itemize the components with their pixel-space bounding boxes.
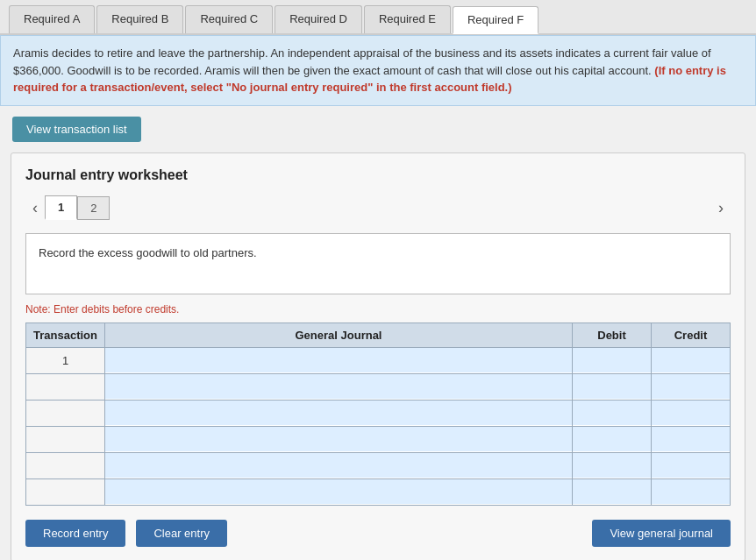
description-box: Record the excess goodwill to old partne… xyxy=(25,233,731,294)
transaction-cell xyxy=(26,400,105,426)
tab-required-f[interactable]: Required F xyxy=(453,6,538,34)
debit-input[interactable] xyxy=(573,374,651,399)
transaction-cell xyxy=(26,452,105,478)
clear-entry-button[interactable]: Clear entry xyxy=(136,520,227,547)
debit-cell[interactable] xyxy=(573,478,652,505)
page-tab-1[interactable]: 1 xyxy=(45,195,77,220)
action-row: View transaction list xyxy=(0,106,756,152)
record-entry-button[interactable]: Record entry xyxy=(25,520,125,547)
debit-cell[interactable] xyxy=(573,400,652,426)
transaction-cell xyxy=(26,426,105,452)
debit-input[interactable] xyxy=(573,401,651,425)
col-debit: Debit xyxy=(573,323,652,347)
credit-input[interactable] xyxy=(652,401,730,425)
journal-input[interactable] xyxy=(105,401,572,425)
credit-cell[interactable] xyxy=(652,426,731,452)
journal-cell[interactable] xyxy=(105,452,573,478)
journal-cell[interactable] xyxy=(105,400,573,426)
debit-cell[interactable] xyxy=(573,426,652,452)
journal-cell[interactable] xyxy=(105,478,573,505)
credit-cell[interactable] xyxy=(652,452,731,478)
journal-cell[interactable] xyxy=(105,347,573,373)
tab-required-a[interactable]: Required A xyxy=(9,5,95,33)
credit-cell[interactable] xyxy=(652,347,731,373)
journal-cell[interactable] xyxy=(105,373,573,400)
table-row xyxy=(26,373,731,400)
credit-input[interactable] xyxy=(652,453,730,478)
transaction-cell: 1 xyxy=(26,347,105,373)
credit-input[interactable] xyxy=(652,348,730,372)
table-row xyxy=(26,478,731,505)
page-tab-2[interactable]: 2 xyxy=(77,196,110,220)
prev-page-button[interactable]: ‹ xyxy=(25,195,45,221)
credit-input[interactable] xyxy=(652,374,730,399)
view-general-journal-button[interactable]: View general journal xyxy=(592,520,731,547)
debit-input[interactable] xyxy=(573,348,651,372)
table-row xyxy=(26,452,731,478)
table-row xyxy=(26,400,731,426)
col-transaction: Transaction xyxy=(26,323,105,347)
tab-required-c[interactable]: Required C xyxy=(185,5,273,33)
table-row: 1 xyxy=(26,347,731,373)
journal-input[interactable] xyxy=(105,479,572,504)
tab-required-d[interactable]: Required D xyxy=(275,5,362,33)
worksheet-card: Journal entry worksheet ‹ 1 2 › Record t… xyxy=(11,152,745,561)
view-transaction-button[interactable]: View transaction list xyxy=(12,117,141,142)
credit-input[interactable] xyxy=(652,427,730,451)
worksheet-title: Journal entry worksheet xyxy=(25,167,731,183)
info-text: Aramis decides to retire and leave the p… xyxy=(13,46,711,77)
transaction-cell xyxy=(26,478,105,505)
journal-cell[interactable] xyxy=(105,426,573,452)
debit-cell[interactable] xyxy=(573,347,652,373)
table-row xyxy=(26,426,731,452)
credit-cell[interactable] xyxy=(652,400,731,426)
bottom-buttons: Record entry Clear entry View general jo… xyxy=(25,520,731,547)
next-page-button[interactable]: › xyxy=(711,195,731,221)
info-box: Aramis decides to retire and leave the p… xyxy=(0,35,756,106)
debit-input[interactable] xyxy=(573,453,651,478)
note-text: Note: Enter debits before credits. xyxy=(25,303,731,315)
credit-cell[interactable] xyxy=(652,478,731,505)
debit-input[interactable] xyxy=(573,427,651,451)
tabs-bar: Required A Required B Required C Require… xyxy=(0,0,756,35)
transaction-cell xyxy=(26,373,105,400)
credit-input[interactable] xyxy=(652,479,730,504)
col-credit: Credit xyxy=(652,323,731,347)
debit-cell[interactable] xyxy=(573,373,652,400)
page-nav: ‹ 1 2 › xyxy=(25,195,731,221)
col-general-journal: General Journal xyxy=(105,323,573,347)
journal-input[interactable] xyxy=(105,453,572,478)
tab-required-e[interactable]: Required E xyxy=(364,5,451,33)
debit-cell[interactable] xyxy=(573,452,652,478)
debit-input[interactable] xyxy=(573,479,651,504)
journal-table: Transaction General Journal Debit Credit… xyxy=(25,323,731,506)
tab-required-b[interactable]: Required B xyxy=(96,5,183,33)
journal-input[interactable] xyxy=(105,427,572,451)
journal-input[interactable] xyxy=(105,374,572,399)
credit-cell[interactable] xyxy=(652,373,731,400)
journal-input[interactable] xyxy=(105,348,572,372)
description-text: Record the excess goodwill to old partne… xyxy=(39,246,257,259)
